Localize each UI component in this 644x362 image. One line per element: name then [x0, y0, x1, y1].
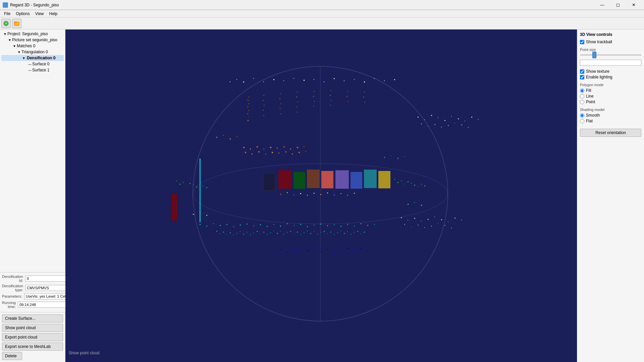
properties-area: Densification Id: Densification type: Pa… — [0, 272, 65, 312]
svg-rect-34 — [263, 95, 264, 96]
running-time-input[interactable] — [18, 302, 67, 308]
texture-section: Show texture Enable lighting — [580, 69, 641, 79]
tree-densification[interactable]: ▼ Densification 0 — [1, 55, 64, 61]
svg-rect-106 — [206, 226, 207, 227]
svg-rect-151 — [424, 185, 425, 186]
export-meshlab-button[interactable]: Export scene to MeshLab — [2, 343, 63, 351]
tree-picture-set[interactable]: ▼ Picture set segundo_piso — [1, 37, 64, 43]
svg-rect-48 — [297, 112, 298, 113]
new-button[interactable]: + — [1, 19, 11, 28]
svg-rect-218 — [317, 234, 318, 235]
svg-rect-60 — [364, 92, 365, 93]
svg-rect-26 — [248, 97, 249, 98]
svg-rect-45 — [296, 97, 297, 98]
svg-rect-61 — [363, 97, 364, 98]
slider-thumb[interactable] — [592, 52, 596, 58]
svg-rect-85 — [278, 170, 292, 189]
create-surface-button[interactable]: Create Surface... — [2, 314, 63, 322]
svg-rect-181 — [404, 156, 405, 157]
show-point-cloud-button[interactable]: Show point cloud — [2, 324, 63, 332]
svg-rect-158 — [431, 115, 432, 116]
svg-rect-43 — [280, 113, 281, 114]
svg-rect-171 — [454, 123, 455, 123]
svg-rect-63 — [243, 147, 245, 148]
svg-rect-234 — [273, 251, 274, 252]
svg-rect-159 — [438, 117, 438, 118]
svg-rect-172 — [461, 124, 462, 125]
svg-rect-224 — [337, 232, 338, 233]
svg-rect-115 — [267, 226, 268, 227]
svg-rect-179 — [391, 155, 391, 156]
show-texture-checkbox[interactable] — [580, 69, 584, 74]
svg-rect-194 — [236, 233, 237, 234]
svg-rect-122 — [314, 225, 315, 226]
svg-rect-52 — [313, 106, 314, 107]
svg-rect-240 — [314, 248, 315, 249]
svg-rect-149 — [418, 186, 419, 187]
svg-rect-118 — [287, 223, 288, 224]
svg-rect-242 — [327, 249, 328, 250]
svg-rect-146 — [408, 181, 409, 182]
svg-rect-201 — [260, 233, 261, 234]
surface1-label: Surface 1 — [32, 68, 49, 72]
parameters-row: Parameters: — [2, 293, 63, 299]
tree-surface0[interactable]: — Surface 0 — [1, 61, 64, 67]
svg-rect-261 — [418, 225, 419, 226]
svg-rect-170 — [448, 125, 449, 126]
menu-file[interactable]: File — [1, 11, 13, 17]
svg-rect-24 — [384, 80, 385, 81]
svg-rect-130 — [367, 225, 368, 226]
export-point-cloud-button[interactable]: Export point cloud — [2, 333, 63, 341]
svg-rect-137 — [193, 184, 194, 185]
svg-rect-198 — [250, 234, 251, 235]
matches-arrow: ▼ — [12, 44, 17, 48]
polygon-line-radio[interactable] — [580, 94, 584, 99]
open-button[interactable] — [12, 19, 21, 28]
svg-rect-102 — [340, 193, 341, 194]
densification-id-row: Densification Id: — [2, 275, 63, 283]
polygon-point-radio[interactable] — [580, 100, 584, 104]
tree-matches[interactable]: ▼ Matches 0 — [1, 43, 64, 49]
svg-rect-98 — [314, 193, 315, 194]
delete-button[interactable]: Delete — [2, 352, 22, 360]
svg-rect-199 — [253, 233, 254, 233]
show-pc-label: Show point cloud — [69, 351, 99, 355]
maximize-button[interactable]: ◻ — [610, 0, 626, 10]
point-size-input[interactable] — [580, 60, 641, 66]
svg-rect-53 — [330, 90, 331, 91]
svg-rect-38 — [263, 115, 264, 116]
polygon-fill-radio[interactable] — [580, 88, 584, 93]
svg-rect-127 — [347, 224, 348, 225]
tree-surface1[interactable]: — Surface 1 — [1, 67, 64, 73]
svg-rect-143 — [397, 182, 398, 183]
svg-rect-203 — [267, 234, 267, 235]
svg-rect-145 — [404, 184, 405, 185]
project-label: Project: Segundo_piso — [7, 32, 48, 36]
menu-view[interactable]: View — [33, 11, 47, 17]
svg-rect-75 — [258, 151, 260, 153]
svg-rect-14 — [283, 80, 284, 81]
svg-rect-20 — [344, 80, 344, 81]
tree-project[interactable]: ▼ Project: Segundo_piso — [1, 31, 64, 37]
enable-lighting-checkbox[interactable] — [580, 75, 584, 79]
svg-rect-162 — [458, 118, 459, 119]
svg-rect-93 — [280, 194, 281, 195]
shading-smooth-radio[interactable] — [580, 113, 584, 118]
close-button[interactable]: ✕ — [626, 0, 641, 10]
tree-triangulation[interactable]: ▼ Triangulation 0 — [1, 49, 64, 55]
polygon-mode-title: Polygon mode — [580, 83, 641, 87]
shading-smooth-label: Smooth — [586, 113, 600, 118]
reset-orientation-button[interactable]: Reset orientation — [580, 129, 641, 137]
svg-rect-235 — [280, 249, 281, 250]
svg-rect-264 — [438, 223, 438, 224]
menu-help[interactable]: Help — [47, 11, 60, 17]
minimize-button[interactable]: — — [595, 0, 610, 10]
viewport[interactable]: Show point cloud — [65, 29, 577, 362]
shading-flat-radio[interactable] — [580, 119, 584, 123]
svg-rect-15 — [293, 78, 294, 79]
menu-options[interactable]: Options — [13, 11, 32, 17]
svg-rect-111 — [240, 225, 241, 226]
show-trackball-checkbox[interactable] — [580, 40, 584, 44]
trackball-section: Show trackball — [580, 40, 641, 44]
svg-rect-228 — [351, 234, 352, 235]
